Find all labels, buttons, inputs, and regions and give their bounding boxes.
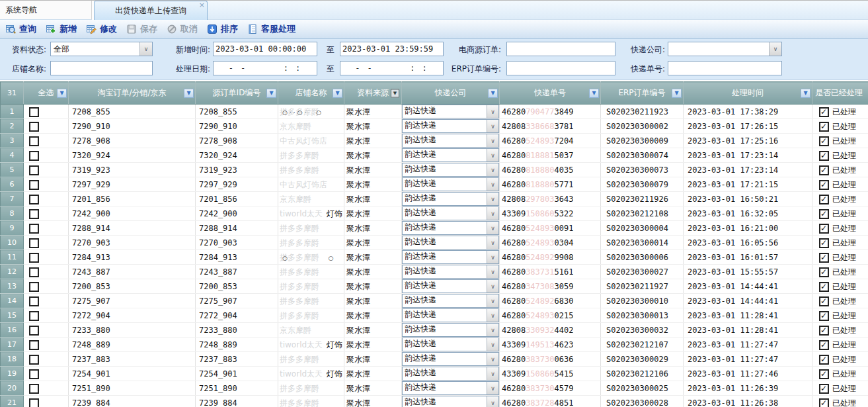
row-number[interactable]: 3: [1, 134, 24, 148]
row-number[interactable]: 18: [1, 352, 24, 367]
row-number[interactable]: 14: [1, 294, 24, 308]
processed-checkbox[interactable]: ✓: [819, 238, 829, 248]
row-checkbox[interactable]: [29, 224, 39, 234]
processed-checkbox[interactable]: ✓: [819, 180, 829, 190]
chevron-down-icon[interactable]: ∨: [487, 309, 498, 322]
created-from-input[interactable]: [213, 42, 317, 56]
processed-checkbox[interactable]: ✓: [819, 311, 829, 321]
sort-button[interactable]: 排序: [207, 23, 238, 35]
processed-checkbox[interactable]: ✓: [819, 384, 829, 394]
courier-combobox[interactable]: 韵达快递 ∨: [402, 338, 499, 351]
erp-order-input[interactable]: [506, 61, 615, 75]
row-number[interactable]: 15: [1, 308, 24, 323]
query-button[interactable]: 查询: [5, 23, 36, 35]
table-row[interactable]: 12 7243_887 7243_887 拼多多摩爵 聚水潭 韵达快递 ∨ 46…: [1, 265, 868, 279]
processed-checkbox[interactable]: ✓: [819, 151, 829, 161]
processed-checkbox[interactable]: ✓: [819, 355, 829, 365]
filter-arrow-icon[interactable]: ▼: [266, 89, 276, 98]
row-checkbox[interactable]: [29, 180, 39, 190]
chevron-down-icon[interactable]: ∨: [487, 222, 498, 234]
row-checkbox[interactable]: [29, 340, 39, 350]
courier-combobox[interactable]: 韵达快递 ∨: [402, 396, 499, 407]
filter-arrow-icon[interactable]: ▼: [333, 89, 342, 98]
chevron-down-icon[interactable]: ∨: [487, 353, 498, 365]
courier-combobox[interactable]: 韵达快递 ∨: [402, 323, 499, 337]
row-number[interactable]: 17: [1, 338, 24, 352]
chevron-down-icon[interactable]: ∨: [487, 280, 498, 293]
row-checkbox[interactable]: [29, 136, 39, 146]
table-row[interactable]: 14 7275_907 7275_907 拼多多摩爵 聚水潭 韵达快递 ∨ 46…: [1, 294, 868, 308]
processed-checkbox[interactable]: ✓: [819, 122, 829, 132]
row-checkbox[interactable]: [29, 253, 39, 263]
row-checkbox[interactable]: [29, 384, 39, 394]
row-number[interactable]: 2: [1, 119, 24, 134]
row-number[interactable]: 13: [1, 279, 24, 294]
row-checkbox[interactable]: [29, 151, 39, 161]
row-number[interactable]: 12: [1, 265, 24, 279]
row-checkbox[interactable]: [29, 369, 39, 379]
table-row[interactable]: 15 7272_904 7272_904 拼多多摩爵 聚水潭 韵达快递 ∨ 46…: [1, 308, 868, 323]
courier-combobox[interactable]: 韵达快递 ∨: [402, 236, 499, 249]
table-row[interactable]: 6 7297_929 7297_929 中古风灯饰店 聚水潭 韵达快递 ∨ 46…: [1, 177, 868, 192]
row-checkbox[interactable]: [29, 107, 39, 117]
processed-checkbox[interactable]: ✓: [819, 398, 829, 407]
status-select[interactable]: 全部 ∨: [50, 42, 153, 56]
courier-combobox[interactable]: 韵达快递 ∨: [402, 265, 499, 279]
chevron-down-icon[interactable]: ∨: [487, 149, 498, 161]
processed-checkbox[interactable]: ✓: [819, 253, 829, 263]
courier-combobox[interactable]: 韵达快递 ∨: [402, 163, 499, 177]
chevron-down-icon[interactable]: ∨: [487, 251, 498, 263]
courier-combobox[interactable]: 韵达快递 ∨: [402, 381, 499, 395]
row-checkbox[interactable]: [29, 195, 39, 204]
chevron-down-icon[interactable]: ∨: [487, 265, 498, 278]
courier-combobox[interactable]: 韵达快递 ∨: [402, 250, 499, 264]
processed-checkbox[interactable]: ✓: [819, 209, 829, 219]
table-row[interactable]: 11 7284_913 7284_913 拼多多摩爵 ○ ○ 聚水潭 韵达快递 …: [1, 250, 868, 265]
chevron-down-icon[interactable]: ∨: [487, 367, 498, 380]
processed-checkbox[interactable]: ✓: [819, 369, 829, 379]
table-row[interactable]: 9 7288_914 7288_914 拼多多摩爵 聚水潭 韵达快递 ∨ 462…: [1, 221, 868, 236]
row-number[interactable]: 16: [1, 323, 24, 338]
chevron-down-icon[interactable]: ∨: [769, 42, 781, 56]
courier-combobox[interactable]: 韵达快递 ∨: [402, 294, 499, 308]
table-row[interactable]: 5 7319_923 7319_923 拼多多摩爵 聚水潭 韵达快递 ∨ 462…: [1, 163, 868, 177]
tab-system-navigation[interactable]: 系统导航: [0, 1, 92, 20]
processed-checkbox[interactable]: ✓: [819, 326, 829, 336]
filter-applied-icon[interactable]: ▼: [391, 89, 399, 97]
chevron-down-icon[interactable]: ∨: [487, 105, 498, 118]
table-row[interactable]: 3 7278_908 7278_908 中古风灯饰店 聚水潭 韵达快递 ∨ 46…: [1, 134, 868, 148]
table-row[interactable]: 20 7251_890 7251_890 拼多多摩爵 聚水潭 韵达快递 ∨ 46…: [1, 381, 868, 396]
processed-checkbox[interactable]: ✓: [819, 282, 829, 292]
row-number[interactable]: 4: [1, 148, 24, 163]
shop-name-input[interactable]: [50, 61, 153, 75]
processed-checkbox[interactable]: ✓: [819, 296, 829, 306]
table-row[interactable]: 7 7201_856 7201_856 京东摩爵 聚水潭 韵达快递 ∨ 4280…: [1, 192, 868, 206]
row-number[interactable]: 20: [1, 381, 24, 396]
processed-checkbox[interactable]: ✓: [819, 267, 829, 277]
table-row[interactable]: 10 7270_903 7270_903 拼多多摩爵 聚水潭 韵达快递 ∨ 46…: [1, 236, 868, 250]
processed-checkbox[interactable]: ✓: [819, 195, 829, 204]
row-number[interactable]: 10: [1, 236, 24, 250]
chevron-down-icon[interactable]: ∨: [487, 324, 498, 336]
row-checkbox[interactable]: [29, 355, 39, 365]
created-to-input[interactable]: [340, 42, 444, 56]
table-row[interactable]: 21 7239_884 7239_884 拼多多摩爵 聚水潭 韵达快递 ∨ 46…: [1, 396, 868, 407]
courier-combobox[interactable]: 韵达快递 ∨: [402, 221, 499, 235]
processed-checkbox[interactable]: ✓: [819, 340, 829, 350]
chevron-down-icon[interactable]: ∨: [487, 338, 498, 351]
courier-combobox[interactable]: 韵达快递 ∨: [402, 308, 499, 322]
row-number[interactable]: 1: [1, 105, 24, 119]
row-checkbox[interactable]: [29, 165, 39, 175]
courier-combobox[interactable]: 韵达快递 ∨: [402, 352, 499, 366]
row-number[interactable]: 5: [1, 163, 24, 177]
process-from-input[interactable]: [213, 61, 317, 75]
customer-service-button[interactable]: 客服处理: [247, 23, 296, 35]
courier-combobox[interactable]: 韵达快递 ∨: [402, 134, 499, 148]
row-number[interactable]: 9: [1, 221, 24, 236]
tab-shipping-upload-query[interactable]: 出货快递单上传查询 ×: [94, 1, 208, 20]
chevron-down-icon[interactable]: ∨: [487, 120, 498, 132]
chevron-down-icon[interactable]: ∨: [487, 396, 498, 407]
chevron-down-icon[interactable]: ∨: [487, 163, 498, 176]
chevron-down-icon[interactable]: ∨: [487, 178, 498, 191]
row-checkbox[interactable]: [29, 209, 39, 219]
